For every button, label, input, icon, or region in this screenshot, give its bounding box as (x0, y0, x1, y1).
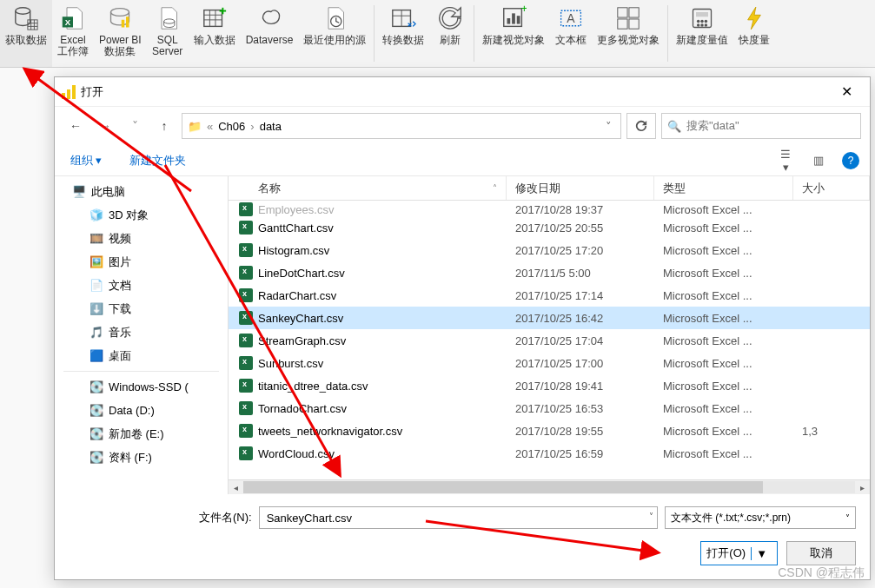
sidebar-item-3d[interactable]: 🧊3D 对象 (55, 203, 228, 227)
svg-rect-1 (28, 20, 37, 30)
ribbon-transform[interactable]: 转换数据 (377, 0, 429, 67)
sidebar-item-desktop[interactable]: 🟦桌面 (55, 344, 228, 367)
ribbon-database[interactable]: 获取数据 (0, 0, 52, 67)
open-button[interactable]: 打开(O) ▼ (700, 541, 778, 565)
drive-icon: 💽 (89, 427, 103, 441)
sidebar-item-music[interactable]: 🎵音乐 (55, 320, 228, 344)
sidebar-label: 此电脑 (91, 184, 125, 200)
ribbon-label: 转换数据 (382, 35, 424, 46)
excel-file-icon (239, 202, 253, 216)
file-row[interactable]: tweets_networknavigator.csv2017/10/28 19… (229, 420, 870, 442)
nav-back-button[interactable]: ← (63, 114, 88, 138)
filename-input-text[interactable] (265, 507, 636, 528)
file-row[interactable]: LineDotChart.csv2017/11/5 5:00Microsoft … (229, 261, 870, 284)
svg-rect-12 (204, 10, 222, 27)
ribbon-visual[interactable]: +新建视觉对象 (477, 0, 550, 67)
scroll-left-arrow[interactable]: ◂ (229, 480, 243, 494)
ribbon-dataverse[interactable]: Dataverse (241, 0, 299, 67)
file-row[interactable]: Employees.csv2017/10/28 19:37Microsoft E… (229, 201, 870, 216)
breadcrumb-part[interactable]: Ch06 (218, 120, 245, 133)
open-split-dropdown[interactable]: ▼ (751, 547, 772, 560)
desktop-icon: 🟦 (89, 349, 103, 363)
ribbon-table-plus[interactable]: 输入数据 (189, 0, 241, 67)
filename-input[interactable]: ˅ (259, 506, 658, 529)
file-name: LineDotChart.csv (258, 267, 345, 280)
pbi-icon (106, 3, 134, 33)
help-button[interactable]: ? (842, 152, 859, 169)
file-date: 2017/11/5 5:00 (507, 267, 654, 280)
chevron-down-icon[interactable]: ˅ (649, 512, 653, 521)
column-type[interactable]: 类型 (654, 176, 793, 200)
sidebar-label: 文档 (109, 278, 131, 294)
svg-point-40 (701, 23, 705, 27)
sidebar-label: 下载 (109, 301, 131, 317)
file-filter-select[interactable]: 文本文件 (*.txt;*.csv;*.prn) ˅ (665, 506, 856, 529)
ribbon-excel[interactable]: XExcel 工作簿 (52, 0, 94, 67)
ribbon-label: Power BI 数据集 (99, 35, 142, 57)
nav-up-button[interactable]: ↑ (152, 114, 176, 138)
organize-button[interactable]: 组织 ▾ (65, 149, 107, 172)
sidebar-item-downloads[interactable]: ⬇️下载 (55, 297, 228, 320)
sidebar-item-drive[interactable]: 💽资料 (F:) (55, 446, 228, 469)
file-row[interactable]: Histogram.csv2017/10/25 17:20Microsoft E… (229, 239, 870, 261)
nav-recent-button[interactable]: ˅ (123, 114, 147, 138)
excel-file-icon (239, 334, 253, 347)
chevron-down-icon[interactable]: ˅ (602, 120, 615, 133)
file-list[interactable]: Employees.csv2017/10/28 19:37Microsoft E… (229, 201, 870, 479)
sidebar-item-pc[interactable]: 🖥️此电脑 (55, 180, 228, 203)
horizontal-scrollbar[interactable]: ◂ ▸ (229, 479, 870, 494)
ribbon-sql[interactable]: SQL Server (147, 0, 189, 67)
file-row[interactable]: SankeyChart.csv2017/10/25 16:42Microsoft… (229, 307, 870, 329)
file-row[interactable]: GanttChart.csv2017/10/25 20:55Microsoft … (229, 216, 870, 239)
file-type: Microsoft Excel ... (654, 334, 793, 347)
table-plus-icon (201, 3, 229, 33)
preview-pane-button[interactable]: ▥ (804, 149, 833, 172)
sidebar-item-drive[interactable]: 💽新加卷 (E:) (55, 422, 228, 446)
file-type: Microsoft Excel ... (654, 221, 793, 235)
file-row[interactable]: TornadoChart.csv2017/10/25 16:53Microsof… (229, 397, 870, 420)
ribbon-pbi[interactable]: Power BI 数据集 (94, 0, 147, 67)
file-row[interactable]: RadarChart.csv2017/10/25 17:14Microsoft … (229, 284, 870, 307)
dialog-footer: 文件名(N): ˅ 文本文件 (*.txt;*.csv;*.prn) ˅ 打开(… (55, 494, 870, 579)
column-name[interactable]: 名称˄ (229, 176, 507, 200)
close-button[interactable]: ✕ (830, 79, 863, 105)
file-date: 2017/10/25 16:59 (507, 447, 654, 460)
breadcrumb-part[interactable]: data (260, 120, 282, 133)
scroll-right-arrow[interactable]: ▸ (855, 480, 870, 494)
video-icon: 🎞️ (89, 232, 103, 246)
column-date[interactable]: 修改日期 (507, 176, 654, 200)
sidebar-item-video[interactable]: 🎞️视频 (55, 227, 228, 250)
column-size[interactable]: 大小 (793, 176, 870, 200)
file-row[interactable]: Sunburst.csv2017/10/25 17:00Microsoft Ex… (229, 352, 870, 374)
svg-rect-24 (507, 18, 511, 24)
folder-icon: 📁 (188, 120, 202, 133)
nav-forward-button[interactable]: → (93, 114, 117, 138)
file-row[interactable]: titanic_dtree_data.csv2017/10/28 19:41Mi… (229, 374, 870, 397)
file-row[interactable]: StreamGraph.csv2017/10/25 17:04Microsoft… (229, 329, 870, 352)
refresh-icon (436, 3, 464, 33)
ribbon-recent[interactable]: 最近使用的源 (298, 0, 371, 67)
ribbon-refresh[interactable]: 刷新 (429, 0, 471, 67)
breadcrumb[interactable]: 📁 « Ch06 › data ˅ (182, 113, 621, 139)
scrollbar-thumb[interactable] (243, 481, 763, 493)
ribbon-quick-measure[interactable]: 快度量 (733, 0, 775, 67)
ribbon-label: 输入数据 (194, 35, 235, 46)
sidebar-item-pictures[interactable]: 🖼️图片 (55, 250, 228, 274)
file-date: 2017/10/28 19:41 (507, 380, 654, 393)
cancel-button[interactable]: 取消 (786, 541, 856, 565)
recent-icon (321, 3, 348, 33)
sidebar-item-docs[interactable]: 📄文档 (55, 274, 228, 297)
file-type: Microsoft Excel ... (654, 289, 793, 302)
search-input[interactable]: 🔍 搜索"data" (661, 113, 861, 139)
file-row[interactable]: WordCloud.csv2017/10/25 16:59Microsoft E… (229, 442, 870, 465)
ribbon-measure[interactable]: 新建度量值 (671, 0, 733, 67)
ribbon-more-visuals[interactable]: 更多视觉对象 (592, 0, 665, 67)
refresh-button[interactable] (626, 113, 656, 139)
svg-point-39 (697, 23, 700, 27)
view-mode-button[interactable]: ☰ ▾ (771, 149, 800, 172)
sidebar-item-drive[interactable]: 💽Data (D:) (55, 399, 228, 422)
ribbon-textbox[interactable]: A文本框 (550, 0, 592, 67)
sidebar-item-drive[interactable]: 💽Windows-SSD ( (55, 375, 228, 399)
ribbon-label: 文本框 (555, 35, 587, 46)
new-folder-button[interactable]: 新建文件夹 (124, 149, 191, 172)
